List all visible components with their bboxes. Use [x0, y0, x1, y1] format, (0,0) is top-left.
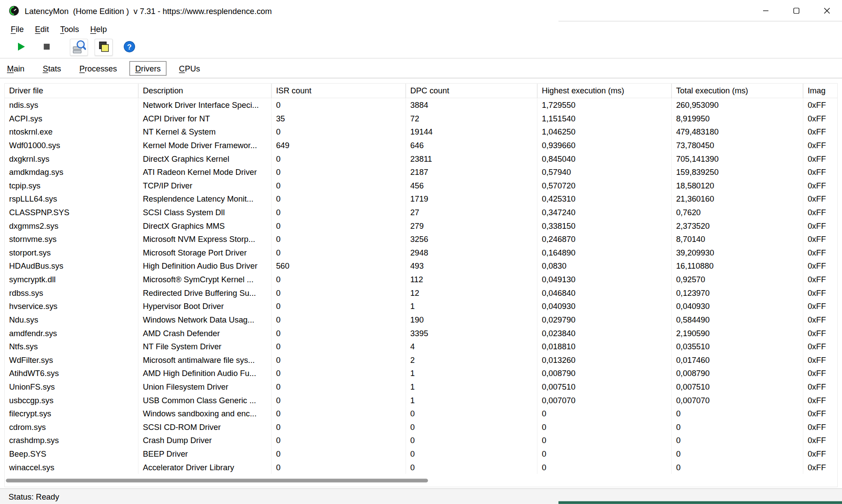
table-cell: 0,845040 — [538, 152, 672, 166]
table-cell: 0,570720 — [538, 179, 672, 192]
table-row[interactable]: CLASSPNP.SYSSCSI Class System Dll0270,34… — [5, 206, 838, 219]
table-row[interactable]: storport.sysMicrosoft Storage Port Drive… — [5, 246, 838, 259]
menu-edit[interactable]: Edit — [32, 23, 52, 35]
table-cell: 1 — [406, 299, 538, 313]
column-header[interactable]: Description — [139, 84, 272, 98]
scrollbar-thumb[interactable] — [6, 479, 428, 483]
background-window-edge — [558, 501, 842, 504]
maximize-button[interactable] — [781, 0, 811, 21]
column-header[interactable]: DPC count — [406, 84, 538, 98]
background-window-edge — [558, 21, 842, 21]
table-cell: cdrom.sys — [5, 420, 139, 434]
table-cell: 1719 — [406, 192, 538, 206]
table-cell: 159,839250 — [672, 165, 803, 179]
table-cell: amdkmdag.sys — [5, 165, 139, 179]
table-cell: AMD High Definition Audio Fu... — [139, 366, 272, 380]
table-row[interactable]: cdrom.sysSCSI CD-ROM Driver00000xFF — [5, 420, 838, 434]
column-header[interactable]: Total execution (ms) — [672, 84, 803, 98]
table-cell: SCSI Class System Dll — [139, 206, 272, 219]
tab-main[interactable]: Main — [1, 61, 30, 75]
menu-file[interactable]: File — [7, 23, 27, 35]
table-cell: ntoskrnl.exe — [5, 125, 139, 138]
table-cell: 0 — [272, 461, 406, 474]
menu-help[interactable]: Help — [87, 23, 110, 35]
table-cell: 0 — [272, 394, 406, 407]
table-row[interactable]: Beep.SYSBEEP Driver00000xFF — [5, 447, 838, 461]
table-row[interactable]: amdfendr.sysAMD Crash Defender033950,023… — [5, 326, 838, 340]
table-cell: 0,029790 — [538, 313, 672, 327]
table-cell: 0 — [538, 407, 672, 420]
table-cell: Beep.SYS — [5, 447, 139, 461]
table-cell: 0,425310 — [538, 192, 672, 206]
close-button[interactable] — [811, 0, 842, 21]
table-row[interactable]: symcryptk.dllMicrosoft® SymCrypt Kernel … — [5, 273, 838, 286]
drive-analyze-icon — [72, 39, 86, 55]
table-row[interactable]: HDAudBus.sysHigh Definition Audio Bus Dr… — [5, 259, 838, 273]
table-row[interactable]: dxgkrnl.sysDirectX Graphics Kernel023811… — [5, 152, 838, 166]
table-cell: 0,164890 — [538, 246, 672, 259]
start-monitor-button[interactable] — [12, 39, 30, 56]
table-row[interactable]: amdkmdag.sysATI Radeon Kernel Mode Drive… — [5, 165, 838, 179]
table-row[interactable]: stornvme.sysMicrosoft NVM Express Storp.… — [5, 232, 838, 246]
svg-text:?: ? — [127, 42, 132, 51]
table-cell: CLASSPNP.SYS — [5, 206, 139, 219]
table-row[interactable]: hvservice.sysHypervisor Boot Driver010,0… — [5, 299, 838, 313]
table-cell: 0,040930 — [672, 299, 803, 313]
help-button[interactable]: ? — [120, 39, 139, 56]
menu-tools[interactable]: Tools — [57, 23, 82, 35]
table-row[interactable]: filecrypt.sysWindows sandboxing and enc.… — [5, 407, 838, 420]
table-row[interactable]: Wdf01000.sysKernel Mode Driver Framewor.… — [5, 138, 838, 152]
tab-drivers[interactable]: Drivers — [129, 61, 167, 75]
table-cell: 12 — [406, 286, 538, 300]
table-cell: 0 — [272, 313, 406, 327]
table-cell: amdfendr.sys — [5, 326, 139, 340]
table-row[interactable]: AtihdWT6.sysAMD High Definition Audio Fu… — [5, 366, 838, 380]
tab-processes[interactable]: Processes — [73, 61, 123, 75]
table-row[interactable]: dxgmms2.sysDirectX Graphics MMS02790,338… — [5, 219, 838, 233]
table-cell: storport.sys — [5, 246, 139, 259]
table-row[interactable]: Ntfs.sysNT File System Driver040,0188100… — [5, 340, 838, 353]
table-cell: 0xFF — [803, 353, 838, 367]
table-cell: 0 — [272, 179, 406, 192]
minimize-button[interactable] — [750, 0, 781, 21]
tab-stats[interactable]: Stats — [37, 61, 67, 75]
table-cell: filecrypt.sys — [5, 407, 139, 420]
table-row[interactable]: rdbss.sysRedirected Drive Buffering Su..… — [5, 286, 838, 300]
analyze-drive-button[interactable] — [70, 39, 88, 56]
table-cell: 19144 — [406, 125, 538, 138]
table-cell: ACPI.sys — [5, 112, 139, 125]
table-cell: dxgkrnl.sys — [5, 152, 139, 166]
table-row[interactable]: ntoskrnl.exeNT Kernel & System0191441,04… — [5, 125, 838, 138]
latencymon-window: LatencyMon (Home Edition ) v 7.31 - http… — [0, 0, 842, 504]
table-cell: 705,141390 — [672, 152, 803, 166]
table-row[interactable]: ACPI.sysACPI Driver for NT35721,1515408,… — [5, 112, 838, 125]
table-row[interactable]: rspLLL64.sysResplendence Latency Monit..… — [5, 192, 838, 206]
column-header[interactable]: Driver file — [5, 84, 139, 98]
table-cell: Ntfs.sys — [5, 340, 139, 353]
tab-cpus[interactable]: CPUs — [173, 61, 206, 75]
table-row[interactable]: WdFilter.sysMicrosoft antimalware file s… — [5, 353, 838, 367]
table-row[interactable]: crashdmp.sysCrash Dump Driver00000xFF — [5, 433, 838, 447]
column-header[interactable]: Imag — [803, 84, 838, 98]
tab-bar: Main Stats Processes Drivers CPUs — [0, 58, 842, 78]
stop-icon — [41, 40, 53, 54]
table-cell: 73,780450 — [672, 138, 803, 152]
table-cell: 0xFF — [803, 420, 838, 434]
column-header[interactable]: Highest execution (ms) — [538, 84, 672, 98]
table-cell: 0xFF — [803, 433, 838, 447]
table-row[interactable]: usbccgp.sysUSB Common Class Generic ...0… — [5, 394, 838, 407]
table-cell: 0 — [672, 420, 803, 434]
table-row[interactable]: UnionFS.sysUnion Filesystem Driver010,00… — [5, 380, 838, 394]
stop-monitor-button[interactable] — [38, 39, 56, 56]
table-cell: 279 — [406, 219, 538, 233]
table-row[interactable]: Ndu.sysWindows Network Data Usag...01900… — [5, 313, 838, 327]
table-row[interactable]: winaccel.sysAccelerator Driver Library00… — [5, 461, 838, 474]
column-header[interactable]: ISR count — [272, 84, 406, 98]
table-cell: 0xFF — [803, 232, 838, 246]
table-row[interactable]: tcpip.sysTCP/IP Driver04560,57072018,580… — [5, 179, 838, 192]
table-cell: 0,008790 — [538, 366, 672, 380]
table-cell: 0,7620 — [672, 206, 803, 219]
table-row[interactable]: ndis.sysNetwork Driver Interface Speci..… — [5, 98, 838, 112]
horizontal-scrollbar[interactable] — [5, 478, 837, 483]
copy-report-button[interactable] — [95, 39, 113, 56]
